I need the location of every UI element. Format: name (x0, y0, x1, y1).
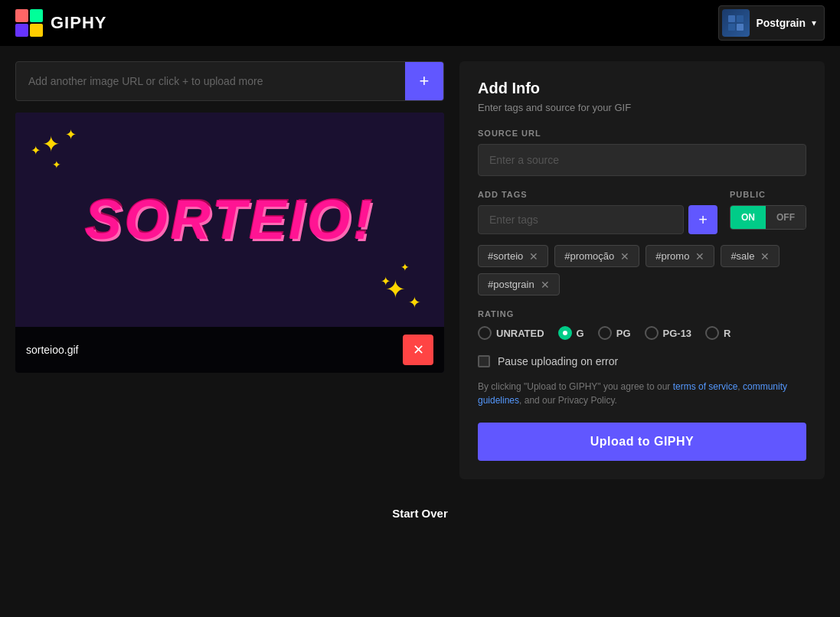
public-section: PUBLIC ON OFF (730, 190, 806, 230)
rating-text: UNRATED (496, 328, 544, 339)
gif-title-text: SORTEIO! (85, 188, 375, 251)
avatar (722, 9, 750, 37)
toggle-on-button[interactable]: ON (731, 206, 766, 229)
tag-remove-button[interactable]: ✕ (620, 251, 629, 262)
add-info-subtitle: Enter tags and source for your GIF (478, 102, 806, 113)
public-toggle[interactable]: ON OFF (730, 205, 806, 230)
legal-text-after: , and our Privacy Policy. (519, 395, 617, 406)
app-header: GIPHY Postgrain ▾ (0, 0, 840, 46)
legal-comma: , (737, 381, 740, 392)
pause-checkbox[interactable] (478, 355, 490, 367)
pause-label: Pause uploading on error (498, 355, 618, 367)
sparkle-icon: ✦ (42, 132, 60, 157)
svg-rect-3 (737, 24, 744, 31)
tags-input[interactable] (478, 205, 684, 234)
rating-option[interactable]: UNRATED (478, 326, 544, 340)
tag-label: #promo (655, 250, 689, 262)
tag-label: #sale (731, 250, 754, 262)
tags-public-row: ADD TAGS + PUBLIC ON OFF (478, 190, 806, 234)
rating-text: R (724, 328, 731, 339)
tags-list: #sorteio✕#promoção✕#promo✕#sale✕#postgra… (478, 245, 806, 295)
tags-add-button[interactable]: + (688, 205, 717, 234)
public-label: PUBLIC (730, 190, 806, 199)
tag-remove-button[interactable]: ✕ (529, 251, 538, 262)
add-tags-label: ADD TAGS (478, 190, 717, 199)
rating-text: PG (616, 328, 631, 339)
rating-option[interactable]: R (705, 326, 731, 340)
gif-filename: sorteioo.gif (26, 344, 78, 356)
radio-circle (598, 326, 612, 340)
svg-rect-2 (728, 24, 735, 31)
radio-circle (478, 326, 492, 340)
radio-circle (705, 326, 719, 340)
tag-chip: #postgrain✕ (478, 273, 560, 295)
right-panel: Add Info Enter tags and source for your … (459, 61, 825, 479)
tag-chip: #sorteio✕ (478, 245, 548, 267)
delete-gif-button[interactable]: ✕ (403, 335, 433, 365)
rating-text: G (577, 328, 584, 339)
tag-label: #sorteio (488, 250, 523, 262)
legal-text-before: By clicking "Upload to GIPHY" you agree … (478, 381, 673, 392)
radio-circle (558, 326, 572, 340)
chevron-down-icon: ▾ (812, 18, 816, 28)
url-bar: + (15, 61, 444, 101)
toggle-off-button[interactable]: OFF (766, 206, 806, 229)
start-over-section: Start Over (0, 507, 840, 521)
add-image-button[interactable]: + (405, 62, 443, 100)
legal-text: By clicking "Upload to GIPHY" you agree … (478, 380, 806, 407)
tag-remove-button[interactable]: ✕ (541, 279, 550, 290)
tag-label: #postgrain (488, 279, 534, 290)
svg-rect-1 (737, 15, 744, 22)
tag-chip: #promo✕ (646, 245, 714, 267)
tag-remove-button[interactable]: ✕ (760, 251, 770, 262)
rating-text: PG-13 (663, 328, 692, 339)
left-panel: + ✦ ✦ ✦ ✦ SORTEIO! ✦ ✦ ✦ ✦ (15, 61, 444, 479)
radio-circle (645, 326, 659, 340)
rating-options: UNRATEDGPGPG-13R (478, 326, 806, 340)
terms-link[interactable]: terms of service (673, 381, 738, 392)
rating-option[interactable]: G (558, 326, 584, 340)
sparkle-icon: ✦ (65, 126, 77, 143)
gif-preview-container: ✦ ✦ ✦ ✦ SORTEIO! ✦ ✦ ✦ ✦ sorteioo.gif ✕ (15, 113, 444, 373)
tags-section: ADD TAGS + (478, 190, 717, 234)
sparkle-icon: ✦ (31, 143, 41, 158)
upload-to-giphy-button[interactable]: Upload to GIPHY (478, 423, 806, 461)
sparkle-icon: ✦ (381, 274, 391, 289)
rating-label: RATING (478, 309, 806, 318)
gif-content: ✦ ✦ ✦ ✦ SORTEIO! ✦ ✦ ✦ ✦ (15, 113, 444, 327)
sparkle-icon: ✦ (52, 158, 61, 171)
sparkle-icon: ✦ (400, 261, 410, 273)
gif-footer: sorteioo.gif ✕ (15, 327, 444, 373)
logo-icon (15, 9, 43, 37)
source-url-input[interactable] (478, 144, 806, 176)
user-name: Postgrain (756, 17, 806, 29)
user-menu[interactable]: Postgrain ▾ (718, 5, 825, 41)
logo-text: GIPHY (51, 13, 106, 33)
rating-option[interactable]: PG-13 (645, 326, 692, 340)
add-info-title: Add Info (478, 80, 806, 97)
source-url-label: SOURCE URL (478, 129, 806, 138)
tag-label: #promoção (564, 250, 614, 262)
pause-row: Pause uploading on error (478, 355, 806, 367)
main-content: + ✦ ✦ ✦ ✦ SORTEIO! ✦ ✦ ✦ ✦ (0, 46, 840, 495)
gif-preview: ✦ ✦ ✦ ✦ SORTEIO! ✦ ✦ ✦ ✦ (15, 113, 444, 327)
image-url-input[interactable] (16, 64, 405, 98)
logo: GIPHY (15, 9, 106, 37)
rating-option[interactable]: PG (598, 326, 631, 340)
tags-input-row: + (478, 205, 717, 234)
tag-chip: #promoção✕ (554, 245, 639, 267)
start-over-button[interactable]: Start Over (392, 507, 448, 520)
tag-chip: #sale✕ (721, 245, 780, 267)
sparkle-icon: ✦ (408, 293, 421, 312)
svg-rect-0 (728, 15, 735, 22)
tag-remove-button[interactable]: ✕ (695, 251, 704, 262)
